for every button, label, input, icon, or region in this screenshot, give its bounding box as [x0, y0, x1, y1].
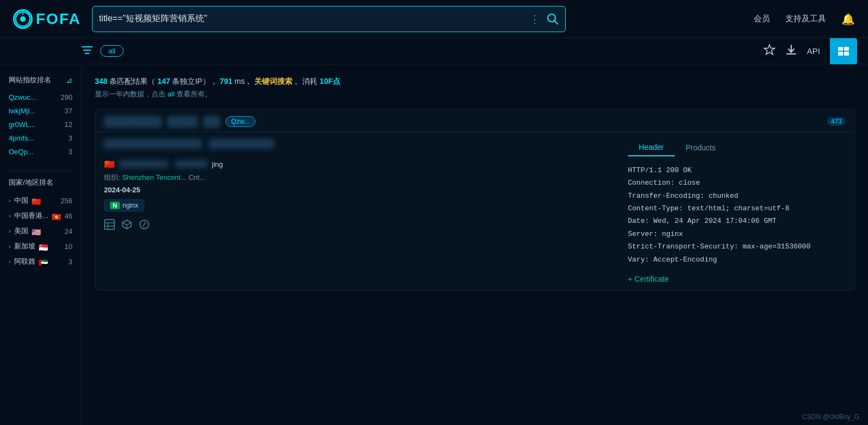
search-input[interactable]	[99, 14, 529, 24]
svg-rect-11	[844, 47, 849, 51]
location-blurred-2	[175, 160, 207, 168]
country-arrow-0: ›	[9, 197, 11, 204]
header-nav: 会员 支持及工具 🔔	[754, 13, 855, 26]
logo: FOFA	[13, 9, 81, 29]
tag-badge[interactable]: Qzw...	[225, 116, 255, 127]
api-button[interactable]: API	[807, 46, 820, 56]
svg-point-1	[20, 16, 25, 21]
http-vary: Vary: Accept-Encoding	[628, 253, 846, 266]
cost-points: 10F点	[320, 77, 340, 86]
ip-address-blurred: 192.168.100.37	[104, 116, 162, 127]
footer-watermark: CSDN @OidBoy_G	[802, 413, 859, 421]
bell-icon[interactable]: 🔔	[841, 13, 855, 26]
location-blurred	[119, 160, 168, 168]
all-badge[interactable]: all	[100, 45, 124, 57]
http-response: HTTP/1.1 200 OK Connection: close Transf…	[628, 164, 846, 266]
http-status: HTTP/1.1 200 OK	[628, 164, 846, 177]
filter-toggle-button[interactable]	[82, 45, 93, 57]
ae-flag: 🇦🇪	[39, 258, 48, 265]
card-tabs: Header Products	[628, 139, 846, 156]
sidebar-item-1[interactable]: lwkjMjl... 37	[9, 104, 72, 118]
country-item-2[interactable]: › 美国 🇺🇸 24	[9, 223, 72, 239]
server-badge: N nginx	[104, 199, 144, 211]
card-icon-cube[interactable]	[121, 219, 132, 230]
sidebar-item-0[interactable]: Qzwuc... 290	[9, 90, 72, 104]
fingerprint-filter-icon[interactable]: ⊿	[66, 76, 72, 84]
org-line: 组织: Shenzhen Tencent... Cnt...	[104, 173, 615, 183]
header: FOFA ⋮ 会员 支持及工具 🔔	[0, 0, 868, 38]
sidebar-item-4[interactable]: OeQp... 3	[9, 145, 72, 159]
svg-rect-10	[838, 47, 843, 51]
certificate-link[interactable]: + Certificate	[628, 275, 846, 283]
card-left: 🇨🇳 jing 组织: Shenzhen Tencent... Cnt... 2…	[104, 139, 615, 283]
svg-rect-13	[844, 52, 849, 56]
svg-line-20	[127, 222, 131, 225]
search-options-icon[interactable]: ⋮	[529, 13, 541, 26]
tab-products[interactable]: Products	[675, 139, 726, 156]
china-flag-icon: 🇨🇳	[104, 159, 115, 169]
result-card: 192.168.100.37 100.27 77 Qzw... 473 🇨🇳	[95, 109, 855, 290]
nginx-icon: N	[110, 202, 120, 209]
search-button[interactable]	[547, 13, 559, 25]
us-flag: 🇺🇸	[32, 228, 41, 234]
svg-line-19	[123, 222, 127, 225]
sidebar: 网站指纹排名 ⊿ Qzwuc... 290 lwkjMjl... 37 gr0W…	[0, 64, 82, 425]
city-text: jing	[212, 160, 223, 168]
unique-ip-count: 147	[157, 77, 170, 86]
country-item-0[interactable]: › 中国 🇨🇳 256	[9, 193, 72, 208]
nav-member[interactable]: 会员	[754, 14, 770, 24]
keyword-search-link[interactable]: 关键词搜索	[254, 77, 292, 86]
sidebar-divider	[9, 171, 72, 171]
http-content-type: Content-Type: text/html; charset=utf-8	[628, 202, 846, 215]
total-count: 348	[95, 77, 107, 86]
http-sts: Strict-Transport-Security: max-age=31536…	[628, 240, 846, 253]
view-toggle-button[interactable]	[830, 38, 857, 64]
http-date: Date: Wed, 24 Apr 2024 17:04:06 GMT	[628, 215, 846, 227]
hk-flag: 🇭🇰	[52, 212, 62, 219]
card-icon-table[interactable]	[104, 219, 115, 230]
date-text: 2024-04-25	[104, 186, 615, 194]
download-button[interactable]	[785, 44, 797, 58]
svg-rect-14	[105, 220, 114, 229]
results-count-line: 348 条匹配结果（ 147 条独立IP）， 791 ms， 关键词搜索 。消耗…	[95, 75, 855, 88]
search-bar: ⋮	[92, 6, 566, 32]
card-icon-circle[interactable]	[139, 219, 150, 230]
site-location-line: 🇨🇳 jing	[104, 159, 615, 169]
china-flag: 🇨🇳	[32, 197, 41, 204]
nav-support[interactable]: 支持及工具	[785, 14, 826, 24]
sidebar-item-2[interactable]: gr0WL... 12	[9, 118, 72, 131]
org-link[interactable]: Shenzhen Tencent...	[122, 173, 186, 181]
http-connection: Connection: close	[628, 177, 846, 189]
tab-header[interactable]: Header	[628, 139, 675, 156]
ip-extra-blurred: 100.27	[167, 116, 198, 127]
fingerprint-section: 网站指纹排名 ⊿ Qzwuc... 290 lwkjMjl... 37 gr0W…	[9, 75, 72, 159]
country-item-1[interactable]: › 中国香港... 🇭🇰 46	[9, 208, 72, 223]
card-icons	[104, 219, 615, 230]
all-link[interactable]: all	[168, 90, 175, 98]
card-count: 473	[827, 117, 846, 126]
card-body: 🇨🇳 jing 组织: Shenzhen Tencent... Cnt... 2…	[95, 132, 854, 290]
site-title-blurred	[104, 139, 202, 149]
fingerprint-title: 网站指纹排名 ⊿	[9, 75, 72, 85]
country-item-4[interactable]: › 阿联酋 🇦🇪 3	[9, 254, 72, 269]
svg-marker-8	[764, 45, 774, 54]
country-item-3[interactable]: › 新加坡 🇸🇬 10	[9, 239, 72, 254]
sidebar-item-3[interactable]: 4pmfs... 3	[9, 131, 72, 145]
sub-header-left: all	[82, 45, 124, 57]
country-section: 国家/地区排名 › 中国 🇨🇳 256 › 中国香港... 🇭🇰 46 › 美国…	[9, 178, 72, 269]
logo-icon	[13, 9, 33, 29]
card-right: Header Products HTTP/1.1 200 OK Connecti…	[628, 139, 846, 283]
svg-line-4	[554, 21, 558, 24]
main-container: 网站指纹排名 ⊿ Qzwuc... 290 lwkjMjl... 37 gr0W…	[0, 64, 868, 425]
results-sub-line: 显示一年内数据，点击 all 查看所有。	[95, 88, 855, 100]
star-button[interactable]	[763, 44, 775, 58]
content-area: 348 条匹配结果（ 147 条独立IP）， 791 ms， 关键词搜索 。消耗…	[82, 64, 868, 425]
sub-header: all API	[0, 38, 868, 64]
country-title: 国家/地区排名	[9, 178, 72, 187]
logo-text: FOFA	[36, 10, 81, 28]
time-ms: 791	[220, 77, 233, 86]
site-title-row	[104, 139, 615, 155]
site-title-blurred-2	[209, 139, 274, 149]
top-bar-actions: API	[763, 38, 857, 64]
country-arrow-1: ›	[9, 212, 11, 219]
